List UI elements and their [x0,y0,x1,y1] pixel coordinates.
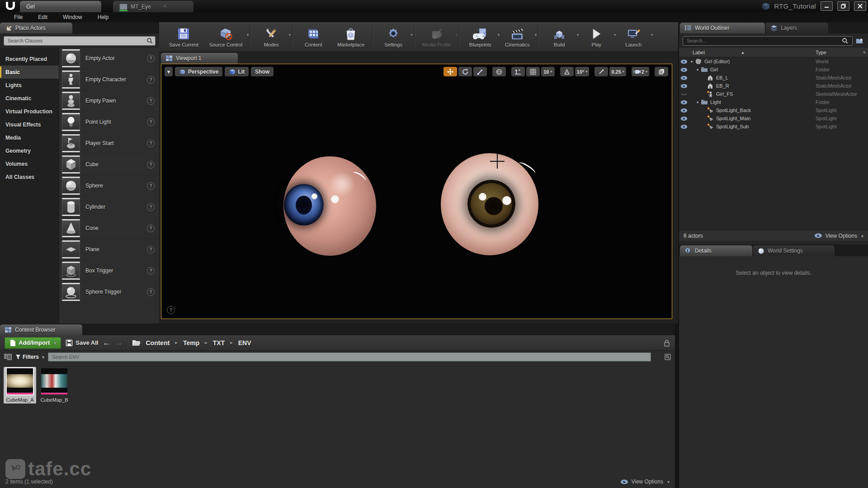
filters-button[interactable]: Filters [15,354,44,360]
grid-snap-value[interactable]: 10▾ [541,67,555,76]
toolbar-settings-button[interactable]: ▾Settings [375,25,412,48]
angle-snap-toggle[interactable] [560,67,574,76]
maximize-viewport-button[interactable] [655,67,668,76]
visibility-toggle[interactable] [679,92,689,96]
help-question-icon[interactable]: ? [147,161,155,169]
help-question-icon[interactable]: ? [147,182,155,190]
toolbar-source-control-button[interactable]: ▾Source Control [204,25,248,48]
back-arrow-button[interactable]: ← [103,338,110,347]
category-all-classes[interactable]: All Classes [0,170,59,183]
breadcrumb-txt[interactable]: TXT [205,339,225,347]
expander-icon[interactable]: ▾ [695,100,700,104]
place-actor-player-start[interactable]: Player Start? [59,133,159,154]
breadcrumb-content[interactable]: Content [146,339,170,347]
dropdown-caret-icon[interactable]: ▾ [289,33,291,37]
window-close-button[interactable] [854,1,866,11]
column-type[interactable]: Type [816,50,826,55]
help-question-icon[interactable]: ? [147,97,155,105]
browser-view-options-button[interactable]: View Options [620,479,670,485]
category-lights[interactable]: Lights [0,79,59,92]
viewport-options-button[interactable]: ▾ [165,67,173,76]
place-actor-cylinder[interactable]: Cylinder? [59,197,159,218]
surface-snap-button[interactable] [511,67,525,76]
sources-panel-icon[interactable] [4,353,12,361]
toolbar-content-button[interactable]: Content [295,25,332,48]
world-local-toggle[interactable] [492,67,506,76]
toolbar-save-current-button[interactable]: Save Current [164,25,204,48]
dropdown-caret-icon[interactable]: ▾ [535,33,537,37]
category-cinematic[interactable]: Cinematic [0,92,59,105]
viewport[interactable]: ▾ PerspectiveLitShow 10▾ 10°▾ 0.25▾ 2▾ [161,64,672,319]
menu-file[interactable]: File [6,12,30,22]
category-volumes[interactable]: Volumes [0,157,59,170]
window-minimize-button[interactable] [821,1,833,11]
help-question-icon[interactable]: ? [147,76,155,84]
outliner-column-header[interactable]: Label ▲ Type ▾ [679,48,868,57]
place-actor-empty-actor[interactable]: Empty Actor? [59,48,159,69]
asset-cubemap-b[interactable]: CubeMap_B [38,367,71,404]
help-question-icon[interactable]: ? [147,55,155,62]
toolbar-build-button[interactable]: ▾Build [541,25,578,48]
place-actor-sphere-trigger[interactable]: Sphere Trigger? [59,282,159,303]
help-question-icon[interactable]: ? [147,246,155,253]
visibility-toggle[interactable] [679,75,689,80]
place-actor-cone[interactable]: Cone? [59,218,159,239]
window-tab-mt-eye[interactable]: MT_Eye ✕ [113,1,193,12]
visibility-toggle[interactable] [679,124,689,129]
viewport-show-button[interactable]: Show [251,67,274,76]
outliner-row-spotlight-back[interactable]: SpotLight_BackSpotLight [679,106,868,114]
place-actor-point-light[interactable]: Point Light? [59,112,159,133]
column-label[interactable]: Label [679,50,705,55]
tab-close-icon[interactable]: ✕ [163,4,167,9]
outliner-row-girl-editor-[interactable]: ▾Girl (Editor)World [679,57,868,66]
menu-window[interactable]: Window [55,12,90,22]
place-actors-tab[interactable]: Place Actors [0,23,72,33]
outliner-view-options-button[interactable]: View Options [814,233,863,239]
viewport-lit-button[interactable]: Lit [225,67,249,76]
outliner-row-eb-l[interactable]: EB_LStaticMeshActor [679,74,868,82]
place-actor-sphere[interactable]: Sphere? [59,175,159,197]
move-tool-button[interactable] [443,67,457,76]
scale-snap-toggle[interactable] [594,67,608,76]
expander-icon[interactable]: ▾ [695,68,700,72]
dropdown-caret-icon[interactable]: ▾ [456,33,458,37]
search-classes-input[interactable] [4,36,156,46]
category-media[interactable]: Media [0,131,59,144]
place-actor-empty-character[interactable]: Empty Character? [59,69,159,90]
outliner-row-eb-r[interactable]: EB_RStaticMeshActor [679,82,868,90]
save-all-button[interactable]: Save All [66,339,98,347]
menu-edit[interactable]: Edit [30,12,55,22]
world-settings-tab[interactable]: World Settings [753,245,835,256]
lock-icon[interactable] [663,339,670,347]
dropdown-caret-icon[interactable]: ▾ [247,33,249,37]
category-visual-effects[interactable]: Visual Effects [0,118,59,131]
visibility-toggle[interactable] [679,100,689,104]
expander-icon[interactable]: ▾ [689,60,694,64]
search-assets-input[interactable] [48,352,651,361]
outliner-row-spotlight-main[interactable]: SpotLight_MainSpotLight [679,114,868,122]
toolbar-marketplace-button[interactable]: Marketplace [332,25,370,48]
visibility-toggle[interactable] [679,116,689,121]
toolbar-launch-button[interactable]: ▾Launch [615,25,652,48]
menu-help[interactable]: Help [90,12,117,22]
help-question-icon[interactable]: ? [147,267,155,275]
dropdown-caret-icon[interactable]: ▾ [651,33,653,37]
visibility-toggle[interactable] [679,108,689,113]
content-browser-tab[interactable]: Content Browser [0,324,82,335]
place-actor-box-trigger[interactable]: Box Trigger? [59,260,159,282]
window-tab-girl[interactable]: Girl [20,1,101,12]
category-geometry[interactable]: Geometry [0,144,59,157]
create-folder-icon[interactable] [855,37,864,44]
viewport-perspective-button[interactable]: Perspective [175,67,222,76]
layers-tab[interactable]: Layers [766,23,828,33]
outliner-row-light[interactable]: ▾LightFolder [679,98,868,106]
search-icon[interactable] [655,354,661,360]
place-actor-cube[interactable]: Cube? [59,154,159,175]
breadcrumb-env[interactable]: ENV [230,339,251,347]
rotate-tool-button[interactable] [458,67,472,76]
save-search-icon[interactable] [665,354,671,360]
grid-snap-toggle[interactable] [526,67,540,76]
category-recently-placed[interactable]: Recently Placed [0,52,59,66]
toolbar-play-button[interactable]: ▾Play [578,25,615,48]
category-basic[interactable]: Basic [0,66,59,79]
